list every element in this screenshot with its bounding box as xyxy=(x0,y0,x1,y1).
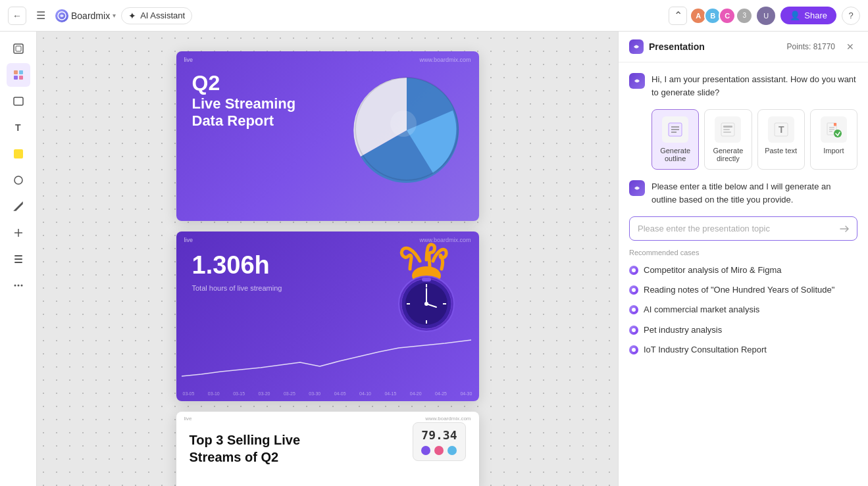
slide-3-inner: live www.boardmix.com Top 3 Selling Live… xyxy=(176,412,479,486)
toolbar-frames[interactable] xyxy=(7,37,30,61)
rec-text-4: Pet industry analysis xyxy=(644,324,722,336)
toolbar-pen[interactable] xyxy=(7,195,30,218)
svg-rect-40 xyxy=(723,132,731,133)
digital-number: 79.34 xyxy=(421,428,457,442)
right-panel: Presentation Points: 81770 ✕ Hi, I am yo… xyxy=(618,32,868,486)
ai-assistant-button[interactable]: ✦ AI Assistant xyxy=(121,7,192,24)
assistant-greeting: Hi, I am your presentation assistant. Ho… xyxy=(629,73,857,99)
brand-icon xyxy=(55,9,68,22)
topic-input[interactable] xyxy=(629,216,857,241)
toolbar-list[interactable] xyxy=(7,247,30,271)
gen-paste-label: Paste text xyxy=(765,147,797,155)
slide-1-subtitle-2: Data Report xyxy=(192,112,296,130)
panel-points: Points: 81770 xyxy=(787,42,835,51)
rec-item-5[interactable]: IoT Industry Consultation Report xyxy=(629,343,857,357)
app-brand[interactable]: Boardmix ▾ xyxy=(55,9,116,22)
collapse-button[interactable]: ⌃ xyxy=(669,7,687,25)
share-button[interactable]: 👤 Share xyxy=(780,7,836,24)
svg-rect-9 xyxy=(14,149,23,158)
panel-title: Presentation xyxy=(649,41,705,52)
toolbar-ellipse[interactable] xyxy=(7,168,30,192)
svg-rect-2 xyxy=(16,46,21,51)
svg-rect-13 xyxy=(14,255,22,256)
digital-display: 79.34 xyxy=(413,422,465,461)
topic-input-wrapper xyxy=(629,216,857,241)
svg-point-49 xyxy=(834,130,842,137)
rec-bullet-2 xyxy=(629,285,638,295)
svg-rect-14 xyxy=(14,258,22,260)
avatar-count: 3 xyxy=(737,9,752,23)
top-bar-right: 👤 Share ? xyxy=(780,7,860,25)
rec-bullet-3 xyxy=(629,305,638,314)
slide-card-3[interactable]: live www.boardmix.com Top 3 Selling Live… xyxy=(176,412,479,486)
gen-option-outline[interactable]: Generate outline xyxy=(651,109,699,170)
svg-rect-4 xyxy=(19,70,23,74)
top-bar-left: ← ☰ Boardmix ▾ ✦ AI Assistant xyxy=(8,7,663,25)
toolbar-shape[interactable] xyxy=(7,89,30,113)
dot-pink xyxy=(434,446,444,455)
slide-3-title: Top 3 Selling Live Streams of Q2 xyxy=(190,431,405,466)
chart-dates: 03-05 03-10 03-15 03-20 03-25 03-30 04-0… xyxy=(183,391,472,396)
gen-option-paste[interactable]: T Paste text xyxy=(757,109,805,170)
slide-3-title-line2: Streams of Q2 xyxy=(190,449,405,466)
panel-close-button[interactable]: ✕ xyxy=(843,39,857,54)
toolbar-text[interactable]: T xyxy=(7,116,30,139)
svg-text:T: T xyxy=(779,124,784,135)
gen-import-icon xyxy=(821,116,847,143)
rec-text-2: Reading notes of "One Hundred Years of S… xyxy=(644,284,834,296)
left-toolbar: T xyxy=(0,32,37,486)
slide-2-inner: live www.boardmix.com 1.306h Total hours… xyxy=(176,231,479,401)
slide-2-number: 1.306h xyxy=(192,251,270,279)
panel-title-row: Presentation xyxy=(629,39,705,54)
svg-text:T: T xyxy=(15,122,21,133)
gen-outline-label: Generate outline xyxy=(657,147,693,162)
slide-1-subtitle-1: Live Streaming xyxy=(192,95,296,112)
svg-rect-48 xyxy=(829,131,832,132)
svg-rect-47 xyxy=(829,129,834,130)
share-label: Share xyxy=(804,11,827,20)
color-dots xyxy=(421,446,457,455)
menu-button[interactable]: ☰ xyxy=(32,7,50,25)
toolbar-cross[interactable] xyxy=(7,221,30,245)
slide-card-2[interactable]: live www.boardmix.com 1.306h Total hours… xyxy=(176,231,479,401)
send-button[interactable] xyxy=(836,221,852,237)
rec-item-1[interactable]: Competitor analysis of Miro & Figma xyxy=(629,263,857,278)
back-button[interactable]: ← xyxy=(8,7,26,25)
toolbar-shapes[interactable] xyxy=(7,63,30,87)
pie-chart xyxy=(347,71,466,203)
rec-item-4[interactable]: Pet industry analysis xyxy=(629,323,857,337)
slide-3-label: live xyxy=(184,416,192,422)
second-assistant-message: Please enter a title below and I will ge… xyxy=(629,180,857,206)
svg-rect-32 xyxy=(422,278,431,281)
help-button[interactable]: ? xyxy=(842,7,860,25)
toolbar-sticky[interactable] xyxy=(7,142,30,166)
ai-icon: ✦ xyxy=(128,11,136,21)
gen-outline-icon xyxy=(662,116,688,143)
slide-2-label: live xyxy=(184,237,193,243)
svg-point-16 xyxy=(14,285,16,287)
toolbar-more[interactable] xyxy=(7,274,30,297)
main-layout: T xyxy=(0,0,868,486)
dot-purple xyxy=(421,446,430,455)
svg-rect-1 xyxy=(14,44,23,53)
rec-item-3[interactable]: AI commercial market analysis xyxy=(629,303,857,317)
slide-1-label: live xyxy=(184,57,193,63)
svg-rect-45 xyxy=(834,126,836,126)
gen-import-label: Import xyxy=(823,147,844,155)
share-icon: 👤 xyxy=(790,11,800,20)
gen-option-directly[interactable]: Generate directly xyxy=(704,109,752,170)
slide-2-desc: Total hours of live streaming xyxy=(192,284,282,292)
canvas-area[interactable]: live www.boardmix.com Q2 Live Streaming … xyxy=(37,32,618,486)
svg-rect-44 xyxy=(834,123,836,126)
avatar-3: C xyxy=(719,7,736,24)
slide-card-1[interactable]: live www.boardmix.com Q2 Live Streaming … xyxy=(176,51,479,221)
gen-option-import[interactable]: Import xyxy=(810,109,857,170)
rec-item-2[interactable]: Reading notes of "One Hundred Years of S… xyxy=(629,283,857,297)
dot-blue xyxy=(447,446,457,455)
svg-point-18 xyxy=(20,285,22,287)
slide-3-title-line1: Top 3 Selling Live xyxy=(190,431,405,449)
recommended-label: Recommended cases xyxy=(629,249,857,256)
svg-rect-5 xyxy=(14,76,18,80)
rec-text-3: AI commercial market analysis xyxy=(644,304,759,316)
gen-direct-icon xyxy=(715,116,741,143)
